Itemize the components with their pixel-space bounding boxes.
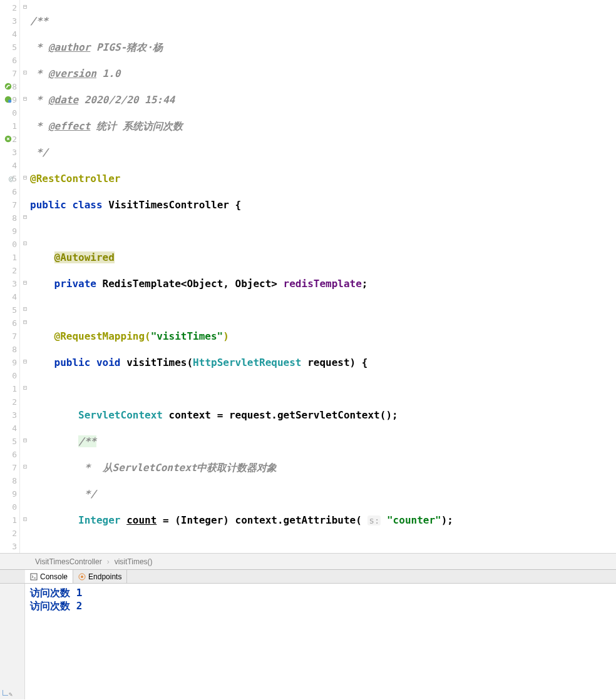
svg-point-2	[8, 99, 11, 103]
spring-icon	[4, 82, 13, 91]
editor[interactable]: 2 3 4 5 6 7 8 9 0 1 2 3 4 5 @ 6 7 8 9 0 …	[0, 0, 616, 553]
code-area[interactable]: /** * @author PIGS-猪农·杨 * @version 1.0 *…	[30, 0, 616, 553]
request-mapping-anno: @RequestMapping(	[54, 330, 151, 342]
breadcrumb-method[interactable]: visitTimes()	[115, 557, 153, 566]
method-name: visitTimes(	[126, 357, 193, 368]
request-mapping-mark: @	[9, 172, 13, 185]
tab-console[interactable]: Console	[25, 570, 73, 583]
spring-bean-icon	[4, 95, 13, 104]
tab-console-label: Console	[40, 572, 68, 581]
breadcrumb[interactable]: VisitTimesController › visitTimes()	[0, 553, 616, 569]
tab-endpoints-label: Endpoints	[88, 572, 121, 581]
param-hint: s:	[367, 515, 381, 525]
fold-column: ⊟⊡ ⊟ ⊟⊟⊡ ⊟⊡ ⊟⊟⊡ ⊟⊡ ⊡	[20, 0, 30, 553]
redis-template-field: redisTemplate	[284, 278, 362, 290]
line-gutter: 2 3 4 5 6 7 8 9 0 1 2 3 4 5 @ 6 7 8 9 0 …	[0, 0, 20, 553]
chevron-right-icon: ›	[107, 557, 110, 566]
author-tag: @author	[48, 41, 90, 53]
class-name: VisitTimesController	[108, 199, 229, 211]
console-output[interactable]: 访问次数 1 访问次数 2	[25, 584, 616, 699]
console-icon	[30, 573, 38, 581]
tab-endpoints[interactable]: Endpoints	[73, 570, 127, 583]
date-tag: @date	[48, 94, 78, 106]
breadcrumb-class[interactable]: VisitTimesController	[35, 557, 102, 566]
doc-start: /**	[30, 15, 48, 27]
run-tool-window: Console Endpoints ✎ 访问次数 1 访问次数 2	[0, 569, 616, 699]
console-line: 访问次数	[30, 587, 76, 599]
autowired-anno: @Autowired	[54, 251, 115, 263]
svg-rect-4	[31, 574, 37, 580]
effect-tag: @effect	[48, 120, 90, 132]
edit-icon[interactable]: ✎	[9, 691, 13, 697]
svg-point-0	[5, 83, 12, 90]
tool-tabs: Console Endpoints	[0, 570, 616, 584]
console-line: 访问次数	[30, 600, 76, 612]
console-toolbar[interactable]: ✎	[0, 584, 25, 699]
svg-point-6	[81, 576, 83, 578]
endpoints-icon	[78, 573, 86, 581]
rest-controller-anno: @RestController	[30, 173, 121, 185]
version-tag: @version	[48, 68, 96, 79]
autowired-icon	[4, 134, 13, 143]
